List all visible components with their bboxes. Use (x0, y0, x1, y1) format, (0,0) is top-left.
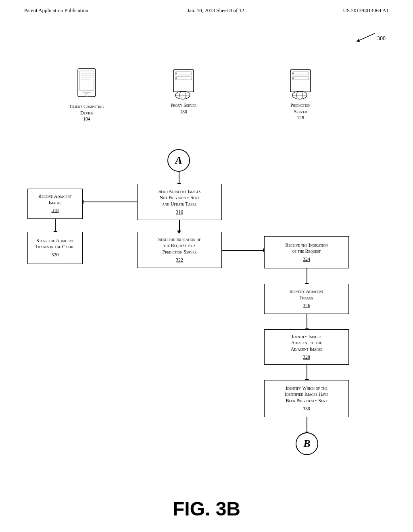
page-header: Patent Application Publication Jan. 10, … (0, 0, 413, 14)
box-330: Identify Which of theIdentified Images H… (264, 380, 349, 417)
arrow-316-to-318 (83, 202, 137, 202)
header-right: US 2013/0014064 A1 (343, 7, 389, 14)
svg-rect-2 (78, 69, 96, 97)
box-318: Receive AdjacentImages 318 (27, 189, 83, 219)
prediction-label: PredictionServer128 (274, 102, 327, 121)
arrow-328-to-330 (307, 365, 307, 380)
arrow-316-to-322 (179, 220, 180, 232)
connector-a: A (167, 149, 190, 172)
arrow-322-to-324 (222, 250, 264, 251)
svg-point-21 (292, 73, 294, 74)
box-316: Send Adjacent ImagesNot Previously Senta… (137, 184, 222, 220)
box-326: Identify AdjacentImages 326 (264, 284, 349, 314)
ref-300: 300 (377, 35, 386, 42)
svg-point-22 (292, 77, 294, 79)
arrow-318-to-320 (55, 219, 56, 232)
client-label: Client ComputingDevice104 (60, 104, 113, 123)
box-324: Receive the Indicationof the Request 324 (264, 236, 349, 268)
svg-rect-11 (175, 72, 192, 75)
connector-b: B (296, 432, 318, 455)
arrowhead-316-322 (177, 231, 181, 234)
svg-rect-19 (292, 72, 309, 75)
arrow-324-to-326 (307, 268, 307, 284)
svg-point-14 (175, 77, 177, 79)
svg-rect-20 (292, 77, 309, 80)
client-device-block: Client ComputingDevice104 (60, 68, 113, 123)
header-left: Patent Application Publication (24, 7, 88, 14)
svg-point-13 (175, 73, 177, 74)
ref-300-arrow (353, 31, 377, 44)
proxy-device-block: Proxy Server130 (157, 68, 210, 115)
prediction-server-icon (284, 68, 317, 100)
arrow-330-to-b (307, 417, 307, 432)
arrow-a-to-316 (179, 172, 179, 184)
phone-icon (75, 68, 99, 100)
header-middle: Jan. 10, 2013 Sheet 8 of 12 (187, 7, 244, 14)
prediction-device-block: PredictionServer128 (274, 68, 327, 121)
box-328: Identify ImagesAdjacent to theAdjacent I… (264, 329, 349, 365)
svg-marker-1 (357, 39, 360, 42)
box-320: Store the AdjacentImages in the Cache 32… (27, 232, 83, 264)
svg-rect-12 (175, 77, 192, 80)
fig-label: FIG. 3B (173, 498, 240, 520)
proxy-label: Proxy Server130 (157, 102, 210, 115)
svg-point-9 (85, 94, 88, 97)
arrow-326-to-328 (307, 314, 307, 329)
box-322: Send the Indication ofthe Request to aPr… (137, 232, 222, 268)
diagram: 300 Client ComputingDevice104 (0, 24, 413, 508)
proxy-server-icon (167, 68, 200, 100)
